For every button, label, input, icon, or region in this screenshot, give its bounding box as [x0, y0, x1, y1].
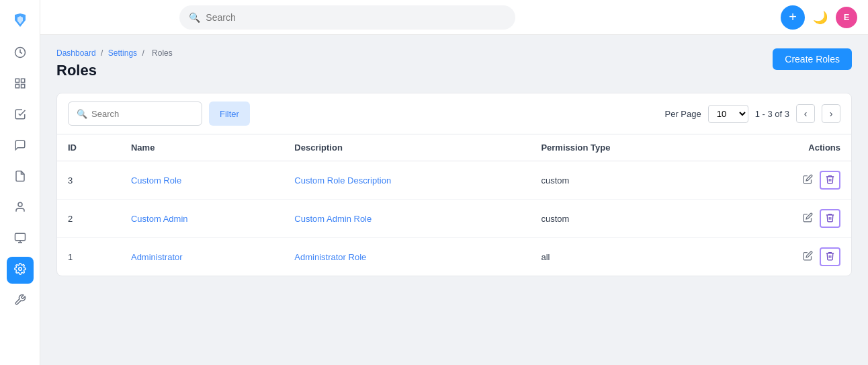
cell-permission: custom: [530, 161, 720, 200]
sidebar-item-tools[interactable]: [7, 288, 34, 315]
svg-point-5: [18, 202, 22, 206]
delete-button[interactable]: [820, 247, 840, 266]
cell-permission: all: [530, 238, 720, 276]
breadcrumb-settings[interactable]: Settings: [108, 48, 137, 58]
messages-icon: [14, 139, 26, 155]
col-id: ID: [57, 134, 120, 161]
dark-mode-icon[interactable]: 🌙: [813, 10, 828, 25]
main-area: 🔍 + 🌙 E Dashboard / Settings / Roles Rol…: [40, 0, 868, 365]
breadcrumb: Dashboard / Settings / Roles: [56, 48, 175, 58]
add-button[interactable]: +: [781, 5, 805, 30]
delete-button[interactable]: [820, 171, 840, 190]
cell-description: Custom Admin Role: [284, 200, 530, 238]
svg-rect-2: [21, 79, 24, 82]
avatar[interactable]: E: [836, 7, 857, 28]
svg-point-9: [18, 267, 21, 270]
page-info: 1 - 3 of 3: [755, 109, 789, 119]
sidebar-item-dashboard[interactable]: [7, 40, 34, 67]
col-permission: Permission Type: [530, 134, 720, 161]
sidebar-item-products[interactable]: [7, 226, 34, 253]
tools-icon: [14, 294, 26, 309]
prev-page-button[interactable]: ‹: [796, 104, 815, 123]
cell-name[interactable]: Custom Admin: [120, 200, 284, 238]
sidebar-item-messages[interactable]: [7, 133, 34, 160]
svg-rect-6: [15, 233, 25, 241]
cell-description: Custom Role Description: [284, 161, 530, 200]
search-box: 🔍: [68, 102, 202, 126]
logo-icon: [12, 12, 28, 28]
breadcrumb-sep-1: /: [101, 48, 105, 58]
breadcrumb-roles: Roles: [152, 48, 173, 58]
cell-id: 3: [57, 161, 120, 200]
col-actions: Actions: [720, 134, 851, 161]
table-card: 🔍 Filter Per Page 10 25 50 100 1 - 3 of …: [56, 93, 852, 276]
search-input[interactable]: [91, 109, 193, 119]
sidebar-item-contacts[interactable]: [7, 195, 34, 222]
table-row: 3 Custom Role Custom Role Description cu…: [57, 161, 851, 200]
col-name: Name: [120, 134, 284, 161]
sidebar-item-analytics[interactable]: [7, 71, 34, 98]
content: Dashboard / Settings / Roles Roles Creat…: [40, 35, 868, 365]
topbar-search-container: 🔍: [179, 5, 515, 30]
table-toolbar: 🔍 Filter Per Page 10 25 50 100 1 - 3 of …: [57, 93, 851, 134]
cell-permission: custom: [530, 200, 720, 238]
logo: Krayin: [0, 7, 40, 36]
breadcrumb-dashboard[interactable]: Dashboard: [56, 48, 96, 58]
topbar: 🔍 + 🌙 E: [40, 0, 868, 35]
notes-icon: [14, 170, 26, 186]
sidebar: Krayin: [0, 0, 40, 365]
col-description: Description: [284, 134, 530, 161]
edit-button[interactable]: [799, 248, 817, 266]
svg-rect-4: [21, 84, 24, 87]
tasks-icon: [14, 108, 26, 124]
pagination-area: Per Page 10 25 50 100 1 - 3 of 3 ‹ ›: [664, 104, 840, 123]
svg-rect-3: [15, 84, 19, 87]
per-page-label: Per Page: [664, 109, 701, 119]
next-page-button[interactable]: ›: [822, 104, 840, 123]
page-header-left: Dashboard / Settings / Roles Roles: [56, 48, 175, 79]
search-box-icon: 🔍: [77, 109, 87, 119]
cell-id: 2: [57, 200, 120, 238]
sidebar-item-notes[interactable]: [7, 164, 34, 191]
sidebar-item-settings[interactable]: [7, 257, 34, 284]
table-row: 1 Administrator Administrator Role all: [57, 238, 851, 276]
cell-name[interactable]: Custom Role: [120, 161, 284, 200]
topbar-search-icon: 🔍: [189, 12, 200, 23]
dashboard-icon: [14, 46, 26, 62]
sidebar-item-tasks[interactable]: [7, 102, 34, 129]
per-page-select[interactable]: 10 25 50 100: [708, 105, 748, 123]
cell-actions: [720, 238, 851, 276]
page-header: Dashboard / Settings / Roles Roles Creat…: [56, 48, 852, 79]
table-header-row: ID Name Description Permission Type Acti…: [57, 134, 851, 161]
edit-button[interactable]: [799, 210, 817, 227]
cell-actions: [720, 200, 851, 238]
cell-actions: [720, 161, 851, 200]
topbar-search-input[interactable]: [206, 12, 506, 23]
settings-icon: [14, 263, 26, 278]
delete-button[interactable]: [820, 209, 840, 228]
page-title: Roles: [56, 62, 175, 79]
contacts-icon: [14, 201, 26, 216]
edit-button[interactable]: [799, 171, 817, 189]
table-row: 2 Custom Admin Custom Admin Role custom: [57, 200, 851, 238]
cell-description: Administrator Role: [284, 238, 530, 276]
cell-id: 1: [57, 238, 120, 276]
analytics-icon: [14, 77, 26, 93]
cell-name[interactable]: Administrator: [120, 238, 284, 276]
breadcrumb-sep-2: /: [142, 48, 146, 58]
create-roles-button[interactable]: Create Roles: [773, 48, 852, 70]
products-icon: [14, 232, 26, 247]
filter-button[interactable]: Filter: [209, 102, 250, 126]
roles-table: ID Name Description Permission Type Acti…: [57, 134, 851, 276]
topbar-right: + 🌙 E: [781, 5, 857, 30]
svg-rect-1: [15, 79, 19, 82]
